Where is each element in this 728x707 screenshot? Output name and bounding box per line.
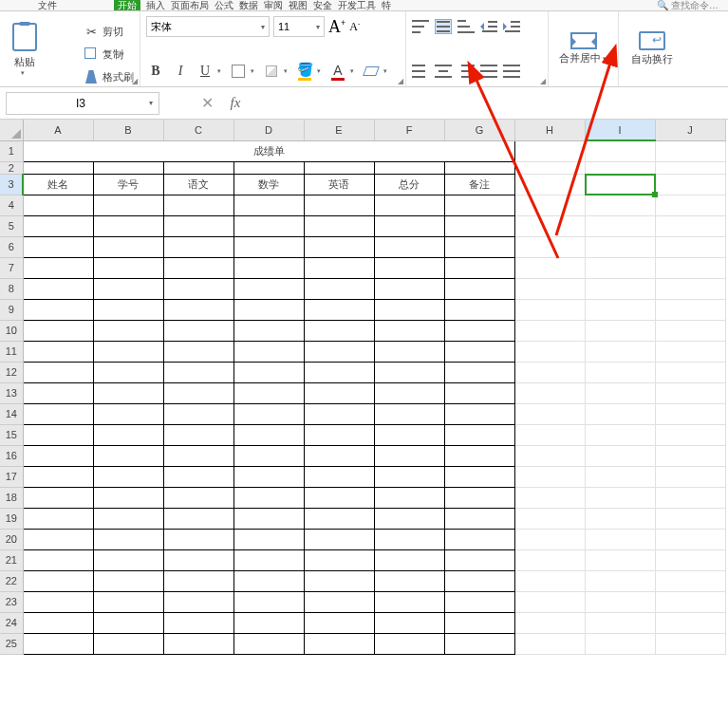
cell-B9[interactable]	[93, 299, 163, 320]
cell-B2[interactable]	[93, 161, 163, 174]
bold-button[interactable]: B	[146, 62, 165, 81]
fill-handle[interactable]	[652, 192, 658, 197]
cell-D20[interactable]	[233, 529, 304, 549]
cell-B8[interactable]	[93, 278, 163, 299]
cell-G15[interactable]	[444, 424, 514, 445]
cell-I1[interactable]	[585, 140, 655, 161]
cell-H6[interactable]	[514, 236, 585, 257]
cell-J18[interactable]	[655, 487, 725, 508]
cell-F19[interactable]	[374, 508, 444, 529]
cell-D7[interactable]	[233, 257, 304, 278]
select-all-corner[interactable]	[0, 120, 23, 140]
cell-H2[interactable]	[514, 161, 585, 174]
cell-D4[interactable]	[233, 195, 304, 215]
decrease-font-button[interactable]: A-	[349, 20, 360, 34]
fill-color-button[interactable]: 🪣	[295, 62, 314, 81]
cell-E15[interactable]	[304, 424, 374, 445]
font-launcher-icon[interactable]: ◢	[398, 77, 403, 85]
cell-J15[interactable]	[655, 424, 725, 445]
cell-J1[interactable]	[655, 140, 725, 161]
col-header-F[interactable]: F	[374, 120, 444, 140]
clear-format-button[interactable]	[362, 62, 381, 81]
cell-J21[interactable]	[655, 549, 725, 570]
cell-I21[interactable]	[585, 549, 655, 570]
cell-A17[interactable]	[23, 466, 93, 487]
cell-C11[interactable]	[163, 341, 233, 362]
cell-H12[interactable]	[514, 362, 585, 382]
row-header-18[interactable]: 18	[0, 487, 23, 508]
cell-H25[interactable]	[514, 633, 585, 654]
col-header-J[interactable]: J	[655, 120, 725, 140]
cell-D21[interactable]	[233, 549, 304, 570]
cell-C5[interactable]	[163, 215, 233, 236]
cell-B12[interactable]	[93, 362, 163, 382]
cell-J6[interactable]	[655, 236, 725, 257]
cell-A6[interactable]	[23, 236, 93, 257]
cell-A9[interactable]	[23, 299, 93, 320]
cell-A8[interactable]	[23, 278, 93, 299]
row-header-8[interactable]: 8	[0, 278, 23, 299]
cell-J14[interactable]	[655, 403, 725, 424]
cell-H23[interactable]	[514, 591, 585, 612]
cell-J5[interactable]	[655, 215, 725, 236]
cell-C19[interactable]	[163, 508, 233, 529]
cell-A14[interactable]	[23, 403, 93, 424]
cell-H3[interactable]	[514, 174, 585, 195]
cell-J2[interactable]	[655, 161, 725, 174]
cell-B14[interactable]	[93, 403, 163, 424]
cell-I17[interactable]	[585, 466, 655, 487]
cell-J11[interactable]	[655, 341, 725, 362]
cell-J22[interactable]	[655, 570, 725, 591]
cell-E24[interactable]	[304, 612, 374, 633]
cell-G8[interactable]	[444, 278, 514, 299]
align-justify-button[interactable]	[480, 64, 497, 79]
cell-C12[interactable]	[163, 362, 233, 382]
cell-F16[interactable]	[374, 445, 444, 466]
cell-D2[interactable]	[233, 161, 304, 174]
cell-G6[interactable]	[444, 236, 514, 257]
cell-B15[interactable]	[93, 424, 163, 445]
cell-J3[interactable]	[655, 174, 725, 195]
row-header-19[interactable]: 19	[0, 508, 23, 529]
cell-E20[interactable]	[304, 529, 374, 549]
cell-H5[interactable]	[514, 215, 585, 236]
cell-C25[interactable]	[163, 633, 233, 654]
align-top-button[interactable]	[412, 19, 429, 34]
cell-I13[interactable]	[585, 382, 655, 403]
cell-H7[interactable]	[514, 257, 585, 278]
cell-I8[interactable]	[585, 278, 655, 299]
cell-E22[interactable]	[304, 570, 374, 591]
cancel-formula-button[interactable]: ✕	[197, 94, 216, 113]
cell-G24[interactable]	[444, 612, 514, 633]
row-header-14[interactable]: 14	[0, 403, 23, 424]
cell-B4[interactable]	[93, 195, 163, 215]
cell-G3[interactable]: 备注	[444, 174, 514, 195]
cell-D19[interactable]	[233, 508, 304, 529]
row-header-16[interactable]: 16	[0, 445, 23, 466]
cell-H1[interactable]	[514, 140, 585, 161]
copy-button[interactable]: 复制▾	[84, 44, 134, 65]
cell-H14[interactable]	[514, 403, 585, 424]
cell-H21[interactable]	[514, 549, 585, 570]
print-icon[interactable]	[80, 1, 93, 10]
align-launcher-icon[interactable]: ◢	[540, 77, 546, 85]
cell-C15[interactable]	[163, 424, 233, 445]
row-header-5[interactable]: 5	[0, 215, 23, 236]
cell-J19[interactable]	[655, 508, 725, 529]
font-name-select[interactable]: 宋体▾	[146, 16, 270, 37]
cell-F17[interactable]	[374, 466, 444, 487]
cell-F20[interactable]	[374, 529, 444, 549]
font-color-button[interactable]: A	[328, 62, 347, 81]
row-header-1[interactable]: 1	[0, 140, 23, 161]
cell-G14[interactable]	[444, 403, 514, 424]
cell-C8[interactable]	[163, 278, 233, 299]
col-header-I[interactable]: I	[585, 120, 655, 140]
cell-C4[interactable]	[163, 195, 233, 215]
cell-B22[interactable]	[93, 570, 163, 591]
tab-view[interactable]: 视图	[289, 0, 308, 11]
cell-D17[interactable]	[233, 466, 304, 487]
tab-extra[interactable]: 特	[382, 0, 391, 11]
cell-G21[interactable]	[444, 549, 514, 570]
cell-I9[interactable]	[585, 299, 655, 320]
cell-F7[interactable]	[374, 257, 444, 278]
